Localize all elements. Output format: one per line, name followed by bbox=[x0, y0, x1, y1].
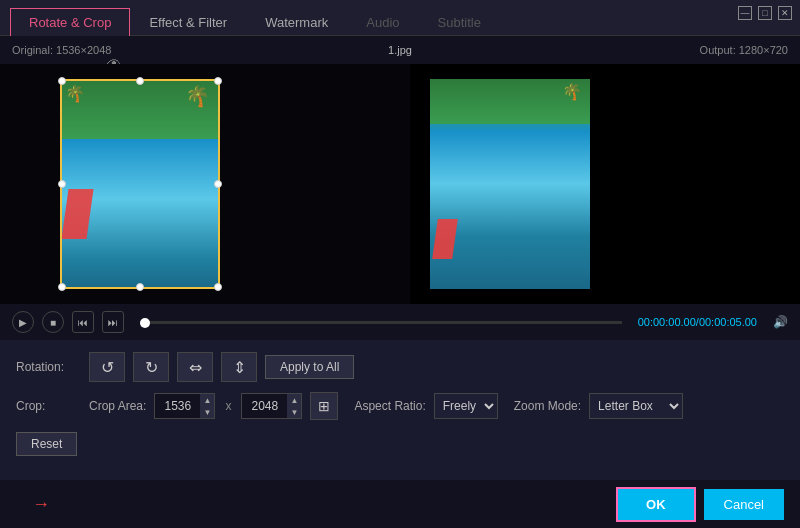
crop-height-spin: ▲ ▼ bbox=[287, 394, 301, 418]
timeline-time: 00:00:00.00/00:00:05.00 bbox=[638, 316, 757, 328]
preview-left: 🌴 🌴 bbox=[0, 64, 410, 304]
tab-rotate-crop[interactable]: Rotate & Crop bbox=[10, 8, 130, 36]
zoom-mode-label: Zoom Mode: bbox=[514, 399, 581, 413]
tab-subtitle: Subtitle bbox=[419, 8, 500, 36]
cancel-button[interactable]: Cancel bbox=[704, 489, 784, 520]
info-bar: Original: 1536×2048 👁 1.jpg Output: 1280… bbox=[0, 36, 800, 64]
crop-height-up[interactable]: ▲ bbox=[287, 394, 301, 406]
timeline-dot[interactable] bbox=[140, 318, 150, 328]
crop-area-label: Crop Area: bbox=[89, 399, 146, 413]
timeline-progress[interactable] bbox=[140, 321, 622, 324]
stop-button[interactable]: ■ bbox=[42, 311, 64, 333]
title-bar: — □ ✕ bbox=[730, 0, 800, 26]
next-button[interactable]: ⏭ bbox=[102, 311, 124, 333]
apply-to-all-button[interactable]: Apply to All bbox=[265, 355, 354, 379]
crop-handle-bm[interactable] bbox=[136, 283, 144, 291]
aspect-ratio-label: Aspect Ratio: bbox=[354, 399, 425, 413]
preview-area: 🌴 🌴 🌴 bbox=[0, 64, 800, 304]
aspect-ratio-select[interactable]: Freely 16:9 4:3 1:1 9:16 bbox=[434, 393, 498, 419]
maximize-button[interactable]: □ bbox=[758, 6, 772, 20]
crop-width-input[interactable] bbox=[155, 394, 200, 418]
crop-height-down[interactable]: ▼ bbox=[287, 406, 301, 418]
filename-label: 1.jpg bbox=[388, 44, 412, 56]
volume-icon[interactable]: 🔊 bbox=[773, 315, 788, 329]
tab-watermark[interactable]: Watermark bbox=[246, 8, 347, 36]
crop-frame[interactable] bbox=[60, 79, 220, 289]
rotate-right-button[interactable]: ↻ bbox=[133, 352, 169, 382]
crop-handle-tl[interactable] bbox=[58, 77, 66, 85]
crop-height-input-group[interactable]: ▲ ▼ bbox=[241, 393, 302, 419]
minimize-button[interactable]: — bbox=[738, 6, 752, 20]
ok-button[interactable]: OK bbox=[616, 487, 696, 522]
close-button[interactable]: ✕ bbox=[778, 6, 792, 20]
overlay-left bbox=[0, 64, 60, 304]
crop-handle-rm[interactable] bbox=[214, 180, 222, 188]
controls-area: Rotation: ↺ ↻ ⇔ ⇕ Apply to All Crop: Cro… bbox=[0, 340, 800, 480]
preview-right: 🌴 bbox=[410, 64, 800, 304]
crop-handle-tm[interactable] bbox=[136, 77, 144, 85]
bottom-bar: → OK Cancel bbox=[0, 480, 800, 528]
crop-width-down[interactable]: ▼ bbox=[200, 406, 214, 418]
arrow-right-icon: → bbox=[32, 494, 50, 515]
crop-handle-br[interactable] bbox=[214, 283, 222, 291]
rotation-row: Rotation: ↺ ↻ ⇔ ⇕ Apply to All bbox=[16, 352, 784, 382]
fit-button[interactable]: ⊞ bbox=[310, 392, 338, 420]
tabs-container: Rotate & Crop Effect & Filter Watermark … bbox=[0, 0, 800, 36]
rotate-left-button[interactable]: ↺ bbox=[89, 352, 125, 382]
crop-label: Crop: bbox=[16, 399, 81, 413]
crop-row: Crop: Crop Area: ▲ ▼ x ▲ ▼ ⊞ Aspect Rati… bbox=[16, 392, 784, 420]
play-button[interactable]: ▶ bbox=[12, 311, 34, 333]
reset-row: Reset bbox=[16, 428, 784, 456]
crop-handle-tr[interactable] bbox=[214, 77, 222, 85]
crop-handle-bl[interactable] bbox=[58, 283, 66, 291]
tab-effect-filter[interactable]: Effect & Filter bbox=[130, 8, 246, 36]
preview-right-image: 🌴 bbox=[430, 79, 590, 289]
flip-horizontal-button[interactable]: ⇔ bbox=[177, 352, 213, 382]
x-separator: x bbox=[223, 399, 233, 413]
rotation-label: Rotation: bbox=[16, 360, 81, 374]
timeline-bar: ▶ ■ ⏮ ⏭ 00:00:00.00/00:00:05.00 🔊 bbox=[0, 304, 800, 340]
output-size: Output: 1280×720 bbox=[700, 44, 788, 56]
crop-width-input-group[interactable]: ▲ ▼ bbox=[154, 393, 215, 419]
crop-width-spin: ▲ ▼ bbox=[200, 394, 214, 418]
zoom-mode-select[interactable]: Letter Box Pan & Scan Full bbox=[589, 393, 683, 419]
tab-audio: Audio bbox=[347, 8, 418, 36]
prev-button[interactable]: ⏮ bbox=[72, 311, 94, 333]
crop-width-up[interactable]: ▲ bbox=[200, 394, 214, 406]
overlay-right bbox=[220, 64, 410, 304]
overlay-bottom bbox=[60, 289, 220, 304]
original-size: Original: 1536×2048 bbox=[12, 44, 111, 56]
crop-handle-lm[interactable] bbox=[58, 180, 66, 188]
crop-height-input[interactable] bbox=[242, 394, 287, 418]
reset-button[interactable]: Reset bbox=[16, 432, 77, 456]
flip-vertical-button[interactable]: ⇕ bbox=[221, 352, 257, 382]
